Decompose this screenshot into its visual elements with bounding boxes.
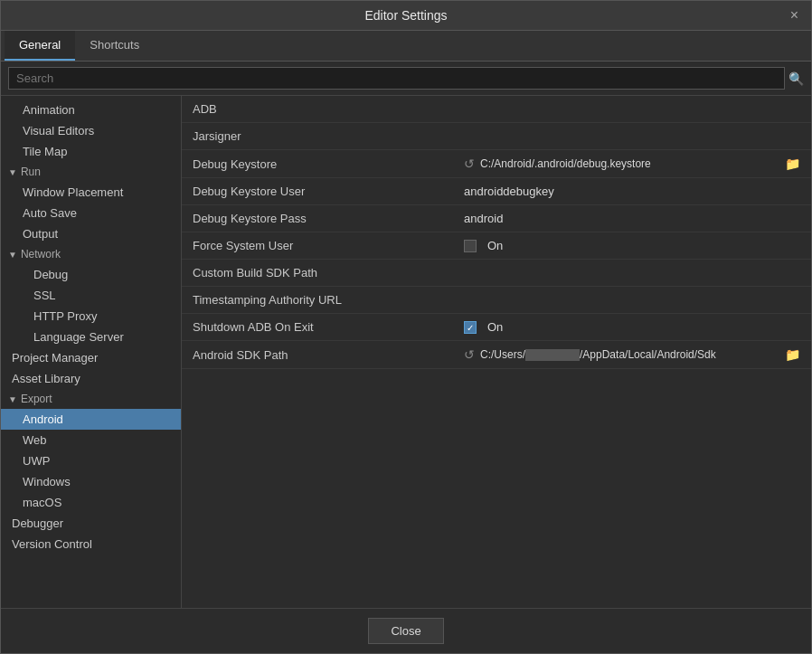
setting-value: androiddebugkey <box>453 178 811 205</box>
setting-label: Shutdown ADB On Exit <box>182 314 453 341</box>
setting-value: android <box>453 205 811 232</box>
setting-value: On <box>453 232 811 260</box>
sidebar-item-language-server[interactable]: Language Server <box>1 327 181 347</box>
footer: Close <box>1 608 811 653</box>
sidebar-item-ssl[interactable]: SSL <box>1 285 181 306</box>
setting-label: Custom Build SDK Path <box>182 260 453 287</box>
sidebar-item-asset-library[interactable]: Asset Library <box>1 368 181 389</box>
force-system-user-checkbox[interactable] <box>464 240 477 252</box>
sidebar-item-android[interactable]: Android <box>1 409 181 430</box>
shutdown-adb-checkbox[interactable]: ✓ <box>464 321 477 334</box>
sidebar-item-debugger[interactable]: Debugger <box>1 513 181 534</box>
table-row: Jarsigner <box>182 123 811 150</box>
reset-debug-keystore-icon[interactable]: ↺ <box>464 156 475 171</box>
reset-android-sdk-icon[interactable]: ↺ <box>464 347 475 362</box>
setting-label: Debug Keystore User <box>182 178 453 205</box>
title-bar: Editor Settings × <box>1 1 811 31</box>
sidebar-item-uwp[interactable]: UWP <box>1 450 181 471</box>
sidebar: Animation Visual Editors Tile Map ▼Run W… <box>1 96 182 608</box>
folder-debug-keystore-icon[interactable]: 📁 <box>785 156 800 171</box>
setting-label: ADB <box>182 96 453 123</box>
setting-value: ↺ C:/Android/.android/debug.keystore 📁 <box>453 150 811 178</box>
setting-label: Android SDK Path <box>182 341 453 369</box>
sidebar-item-auto-save[interactable]: Auto Save <box>1 203 181 223</box>
sidebar-item-window-placement[interactable]: Window Placement <box>1 182 181 203</box>
sidebar-item-visual-editors[interactable]: Visual Editors <box>1 120 181 141</box>
setting-value <box>453 260 811 287</box>
setting-label: Debug Keystore <box>182 150 453 178</box>
sidebar-item-http-proxy[interactable]: HTTP Proxy <box>1 306 181 327</box>
table-row: Custom Build SDK Path <box>182 260 811 287</box>
sidebar-item-output[interactable]: Output <box>1 223 181 244</box>
redacted-username <box>525 349 580 361</box>
table-row: ADB <box>182 96 811 123</box>
setting-label: Timestamping Authority URL <box>182 287 453 314</box>
table-row: Timestamping Authority URL <box>182 287 811 314</box>
sidebar-item-version-control[interactable]: Version Control <box>1 534 181 554</box>
sidebar-group-run[interactable]: ▼Run <box>1 162 181 182</box>
settings-table: ADB Jarsigner Debug Keystore ↺ <box>182 96 811 369</box>
setting-value <box>453 96 811 123</box>
setting-value: ✓ On <box>453 314 811 341</box>
folder-android-sdk-icon[interactable]: 📁 <box>785 347 800 362</box>
debug-keystore-path: C:/Android/.android/debug.keystore <box>480 157 779 170</box>
sidebar-item-animation[interactable]: Animation <box>1 100 181 120</box>
search-bar: 🔍 <box>1 62 811 96</box>
close-footer-button[interactable]: Close <box>368 618 443 644</box>
sidebar-item-web[interactable]: Web <box>1 430 181 450</box>
main-panel: ADB Jarsigner Debug Keystore ↺ <box>182 96 811 608</box>
table-row: Debug Keystore ↺ C:/Android/.android/deb… <box>182 150 811 178</box>
tab-general[interactable]: General <box>5 31 75 61</box>
shutdown-adb-label: On <box>487 320 503 334</box>
setting-value: ↺ C:/Users//AppData/Local/Android/Sdk 📁 <box>453 341 811 369</box>
android-sdk-path: C:/Users//AppData/Local/Android/Sdk <box>480 348 779 361</box>
setting-value <box>453 287 811 314</box>
setting-value <box>453 123 811 150</box>
sidebar-item-debug[interactable]: Debug <box>1 264 181 285</box>
sidebar-group-network[interactable]: ▼Network <box>1 244 181 264</box>
content-area: Animation Visual Editors Tile Map ▼Run W… <box>1 96 811 608</box>
close-button[interactable]: × <box>785 5 804 25</box>
table-row: Shutdown ADB On Exit ✓ On <box>182 314 811 341</box>
sidebar-item-tile-map[interactable]: Tile Map <box>1 141 181 162</box>
table-row: Debug Keystore Pass android <box>182 205 811 232</box>
setting-label: Force System User <box>182 232 453 260</box>
tab-shortcuts[interactable]: Shortcuts <box>75 31 154 61</box>
sidebar-group-export[interactable]: ▼Export <box>1 389 181 409</box>
setting-label: Debug Keystore Pass <box>182 205 453 232</box>
table-row: Debug Keystore User androiddebugkey <box>182 178 811 205</box>
force-system-user-label: On <box>487 239 503 252</box>
setting-label: Jarsigner <box>182 123 453 150</box>
tabs-bar: General Shortcuts <box>1 31 811 62</box>
sidebar-item-macos[interactable]: macOS <box>1 492 181 513</box>
sidebar-item-windows[interactable]: Windows <box>1 471 181 492</box>
sidebar-item-project-manager[interactable]: Project Manager <box>1 347 181 368</box>
dialog-title: Editor Settings <box>364 8 447 23</box>
search-input[interactable] <box>8 67 785 90</box>
table-row: Android SDK Path ↺ C:/Users//AppData/Loc… <box>182 341 811 369</box>
editor-settings-dialog: Editor Settings × General Shortcuts 🔍 An… <box>0 0 812 654</box>
search-icon: 🔍 <box>788 71 804 86</box>
table-row: Force System User On <box>182 232 811 260</box>
